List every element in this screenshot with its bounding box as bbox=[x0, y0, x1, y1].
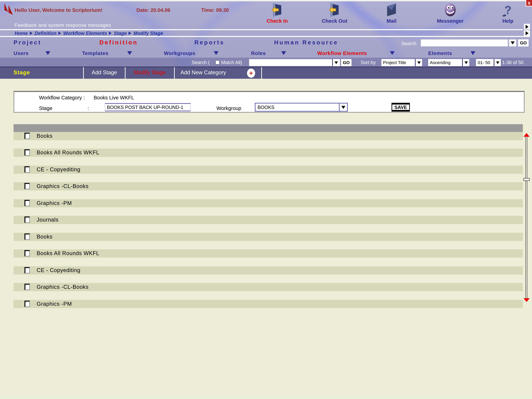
stage-name-input[interactable] bbox=[105, 103, 191, 111]
scrollbar-track[interactable] bbox=[526, 137, 527, 298]
workgroup-select[interactable]: BOOKS bbox=[255, 103, 348, 112]
row-checkbox[interactable] bbox=[25, 200, 30, 206]
workgroup-value: BOOKS bbox=[255, 104, 339, 110]
subnav-workgroups-dropdown-icon[interactable] bbox=[214, 51, 218, 55]
list-item-row: Books bbox=[14, 132, 523, 140]
list-item-row: Graphics -CL-Books bbox=[14, 283, 523, 291]
filter-search-dropdown-button[interactable] bbox=[333, 59, 340, 66]
scroll-down-arrow-icon[interactable] bbox=[524, 298, 530, 302]
tab-add-new-category[interactable]: Add New Category bbox=[181, 70, 226, 76]
mail-icon[interactable] bbox=[386, 2, 397, 18]
row-label: Journals bbox=[37, 217, 58, 223]
breadcrumb-arrow-icon bbox=[58, 32, 61, 35]
save-button[interactable]: SAVE bbox=[392, 103, 410, 112]
subnav-templates[interactable]: Templates bbox=[82, 50, 108, 56]
row-label: Graphics -PM bbox=[37, 200, 72, 206]
messenger-label[interactable]: Messenger bbox=[433, 18, 467, 24]
bottom-strip bbox=[0, 396, 532, 399]
row-label: Books All Rounds WKFL bbox=[37, 250, 99, 256]
subnav-workgroups[interactable]: Workgroups bbox=[164, 50, 195, 56]
row-checkbox[interactable] bbox=[25, 284, 30, 290]
divider-line bbox=[0, 36, 530, 37]
subnav-workflow-elements-dropdown-icon[interactable] bbox=[390, 51, 395, 55]
subnav-users-dropdown-icon[interactable] bbox=[45, 51, 50, 55]
breadcrumb-modify-stage[interactable]: Modify Stage bbox=[133, 31, 163, 36]
dropdown-arrow-icon bbox=[511, 41, 515, 44]
nav-definition[interactable]: Definition bbox=[99, 39, 138, 46]
list-item-row: Graphics -PM bbox=[14, 199, 523, 207]
nav-project[interactable]: Project bbox=[14, 39, 42, 46]
breadcrumb-arrow-icon bbox=[30, 32, 32, 35]
page-range-value: 01- 50 bbox=[476, 60, 494, 65]
breadcrumb-workflow-elements[interactable]: Workflow Elements bbox=[63, 31, 107, 36]
divider-line bbox=[0, 29, 523, 30]
row-checkbox[interactable] bbox=[25, 149, 30, 156]
breadcrumb-stage[interactable]: Stage bbox=[114, 31, 127, 36]
subnav-templates-dropdown-icon[interactable] bbox=[127, 51, 132, 55]
close-button[interactable]: X bbox=[526, 0, 532, 6]
subnav-workflow-elements[interactable]: Workflow Elements bbox=[317, 50, 367, 56]
subnav-elements-dropdown-icon[interactable] bbox=[470, 51, 475, 55]
scrollbar-handle[interactable] bbox=[524, 178, 530, 181]
sort-by-label: Sort by bbox=[361, 60, 376, 65]
sort-order-select[interactable]: Ascending bbox=[428, 59, 469, 66]
subnav-elements[interactable]: Elements bbox=[428, 50, 452, 56]
add-category-plus-icon[interactable]: + bbox=[247, 69, 255, 78]
dropdown-arrow-icon bbox=[496, 61, 499, 64]
row-label: Books All Rounds WKFL bbox=[37, 150, 99, 156]
tab-modify-stage[interactable]: Modify Stage bbox=[126, 70, 174, 76]
mail-label[interactable]: Mail bbox=[374, 18, 408, 24]
check-in-icon[interactable] bbox=[271, 2, 283, 18]
breadcrumb-arrow-icon bbox=[109, 32, 112, 35]
tab-divider bbox=[174, 67, 175, 79]
stage-colon: : bbox=[88, 105, 89, 111]
row-checkbox[interactable] bbox=[25, 166, 30, 173]
scroll-up-arrow-icon[interactable] bbox=[524, 133, 530, 137]
row-checkbox[interactable] bbox=[25, 267, 30, 273]
nav-human-resource[interactable]: Human Resource bbox=[274, 39, 338, 46]
breadcrumb-scroll-right-button[interactable] bbox=[524, 30, 530, 36]
nav-reports[interactable]: Reports bbox=[194, 39, 224, 46]
subnav-roles-dropdown-icon[interactable] bbox=[281, 51, 286, 55]
row-checkbox[interactable] bbox=[25, 216, 30, 223]
breadcrumb-definition[interactable]: Definition bbox=[35, 31, 57, 36]
nav-search-dropdown-button[interactable] bbox=[509, 39, 516, 46]
filter-match-all-label: Match All) bbox=[221, 60, 242, 65]
nav-search-go-button[interactable]: GO bbox=[518, 39, 528, 46]
row-checkbox[interactable] bbox=[25, 301, 30, 307]
sort-order-value: Ascending bbox=[428, 60, 462, 65]
check-out-icon[interactable] bbox=[328, 2, 341, 18]
list-item-row: Books bbox=[14, 233, 523, 241]
list-item-row: Journals bbox=[14, 216, 523, 224]
row-checkbox[interactable] bbox=[25, 183, 30, 190]
list-item-row: Books All Rounds WKFL bbox=[14, 149, 523, 157]
row-checkbox[interactable] bbox=[25, 133, 30, 139]
workflow-category-label: Workflow Category : bbox=[39, 95, 85, 100]
subnav-users[interactable]: Users bbox=[14, 50, 29, 56]
tab-divider bbox=[261, 67, 262, 79]
messenger-icon[interactable] bbox=[444, 2, 456, 18]
sort-field-value: Project Title bbox=[381, 60, 415, 65]
stage-label: Stage bbox=[39, 105, 52, 111]
list-item-row: CE - Copyediting bbox=[14, 165, 523, 174]
subnav-roles[interactable]: Roles bbox=[251, 50, 266, 56]
filter-search-input[interactable] bbox=[249, 59, 333, 66]
check-in-label[interactable]: Check In bbox=[260, 18, 294, 24]
filter-go-button[interactable]: GO bbox=[341, 59, 351, 66]
scriptorium-logo-icon bbox=[4, 3, 14, 15]
feedback-scroll-right-button[interactable] bbox=[524, 24, 530, 29]
check-out-label[interactable]: Check Out bbox=[317, 18, 351, 24]
help-label[interactable]: Help bbox=[491, 18, 525, 24]
match-all-checkbox[interactable] bbox=[215, 60, 220, 64]
help-icon[interactable]: ? bbox=[503, 2, 513, 18]
sort-field-select[interactable]: Project Title bbox=[381, 59, 422, 66]
feedback-message: Feedback and system response messages bbox=[15, 22, 111, 28]
nav-search-input[interactable] bbox=[421, 39, 508, 46]
page-range-select[interactable]: 01- 50 bbox=[476, 59, 501, 66]
breadcrumb-home[interactable]: Home bbox=[15, 31, 28, 36]
row-checkbox[interactable] bbox=[25, 234, 30, 240]
row-checkbox[interactable] bbox=[25, 250, 30, 257]
list-item-row: Graphics -CL-Books bbox=[14, 182, 523, 190]
workflow-category-value: Books Live WKFL bbox=[94, 95, 134, 100]
tab-add-stage[interactable]: Add Stage bbox=[84, 70, 125, 76]
